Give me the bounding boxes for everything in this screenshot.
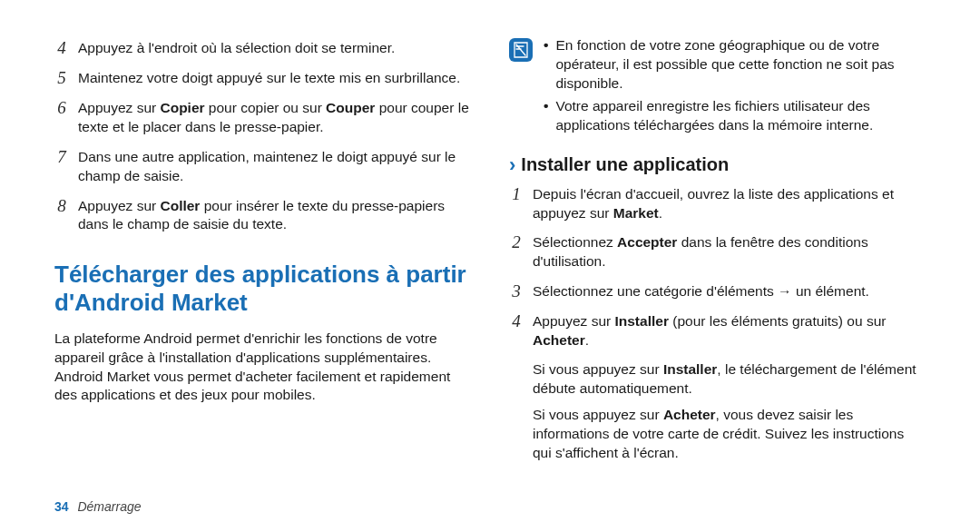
post-note-1: Si vous appuyez sur Installer, le téléch… (509, 360, 926, 399)
step-text: Appuyez à l'endroit où la sélection doit… (78, 39, 395, 58)
note-icon (509, 38, 533, 62)
step-5: 5 Maintenez votre doigt appuyé sur le te… (54, 69, 471, 88)
sub-heading: › Installer une application (509, 153, 926, 177)
step-number: 2 (509, 233, 524, 271)
step-8: 8 Appuyez sur Coller pour insérer le tex… (54, 197, 471, 235)
install-step-2: 2 Sélectionnez Accepter dans la fenêtre … (509, 233, 926, 271)
chevron-right-icon: › (509, 153, 515, 177)
step-text: Maintenez votre doigt appuyé sur le text… (78, 69, 460, 88)
step-number: 7 (54, 148, 69, 186)
step-text: Dans une autre application, maintenez le… (78, 148, 471, 186)
step-text: Sélectionnez Accepter dans la fenêtre de… (533, 233, 926, 271)
sub-heading-text: Installer une application (521, 154, 729, 175)
section-heading: Télécharger des applications à partir d'… (54, 261, 471, 316)
page-footer: 34 Démarrage (54, 499, 926, 514)
note-bullet-1: • En fonction de votre zone géographique… (544, 36, 926, 94)
step-text: Appuyez sur Installer (pour les éléments… (533, 312, 926, 350)
note-text: En fonction de votre zone géographique o… (555, 36, 926, 94)
step-6: 6 Appuyez sur Copier pour copier ou sur … (54, 99, 471, 137)
install-step-1: 1 Depuis l'écran d'accueil, ouvrez la li… (509, 185, 926, 223)
step-7: 7 Dans une autre application, maintenez … (54, 148, 471, 186)
step-number: 8 (54, 197, 69, 235)
footer-section: Démarrage (77, 499, 141, 514)
post-note-2: Si vous appuyez sur Acheter, vous devez … (509, 406, 926, 463)
bullet-dot: • (544, 97, 548, 135)
install-step-3: 3 Sélectionnez une catégorie d'éléments … (509, 282, 926, 301)
bullet-dot: • (544, 36, 548, 94)
note-box: • En fonction de votre zone géographique… (509, 36, 926, 135)
step-number: 1 (509, 185, 524, 223)
step-number: 4 (54, 39, 69, 58)
step-number: 5 (54, 69, 69, 88)
step-text: Appuyez sur Coller pour insérer le texte… (78, 197, 471, 235)
step-text: Sélectionnez une catégorie d'éléments → … (533, 282, 869, 301)
right-column: • En fonction de votre zone géographique… (509, 36, 926, 490)
step-number: 3 (509, 282, 524, 301)
step-text: Appuyez sur Copier pour copier ou sur Co… (78, 99, 471, 137)
note-text: Votre appareil enregistre les fichiers u… (555, 97, 926, 135)
step-text: Depuis l'écran d'accueil, ouvrez la list… (533, 185, 926, 223)
note-bullet-2: • Votre appareil enregistre les fichiers… (544, 97, 926, 135)
step-number: 4 (509, 312, 524, 350)
step-number: 6 (54, 99, 69, 137)
page-number: 34 (54, 499, 69, 514)
section-paragraph: La plateforme Android permet d'enrichir … (54, 330, 471, 406)
step-4: 4 Appuyez à l'endroit où la sélection do… (54, 39, 471, 58)
left-column: 4 Appuyez à l'endroit où la sélection do… (54, 36, 471, 490)
install-step-4: 4 Appuyez sur Installer (pour les élémen… (509, 312, 926, 350)
